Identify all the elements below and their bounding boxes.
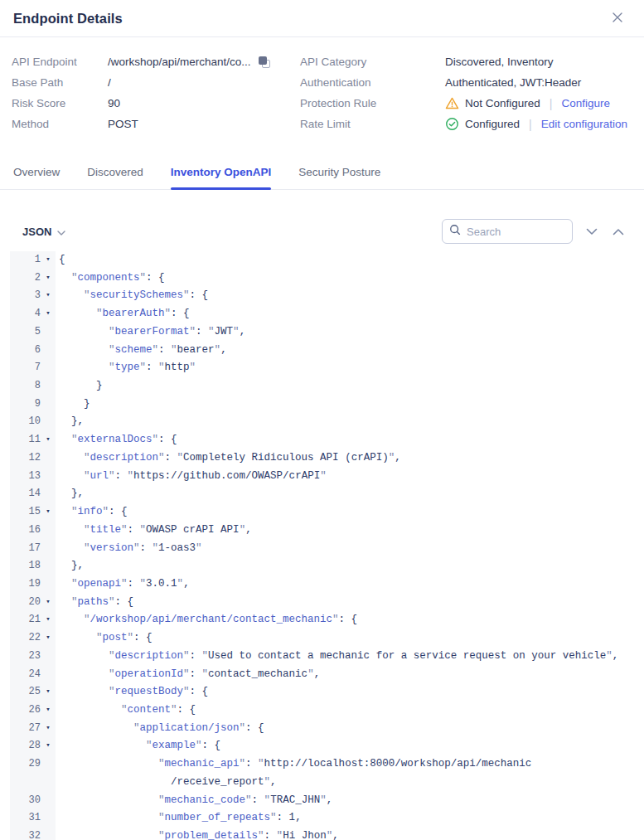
- line-number: 7: [10, 359, 41, 377]
- code-line: 2▾ "components": {: [10, 269, 644, 288]
- code-line: 10 },: [10, 413, 644, 431]
- code-line: 7 "type": "http": [10, 359, 644, 377]
- code-line: 22▾ "post": {: [10, 629, 644, 648]
- tab-overview[interactable]: Overview: [13, 158, 60, 189]
- base-path-value: /: [108, 76, 111, 89]
- field-label: Rate Limit: [300, 118, 445, 130]
- code-text: "number_of_repeats": 1,: [56, 809, 302, 828]
- line-number: 22: [10, 629, 41, 648]
- code-text: "mechanic_api": "http://localhost:8000/w…: [56, 755, 531, 774]
- gutter-spacer: [41, 522, 56, 540]
- code-line: 19 "openapi": "3.0.1",: [10, 575, 644, 594]
- collapse-arrow-icon[interactable]: ▾: [41, 629, 56, 648]
- gutter-spacer: [41, 540, 56, 558]
- collapse-arrow-icon[interactable]: ▾: [41, 305, 56, 323]
- collapse-arrow-icon[interactable]: ▾: [41, 702, 56, 720]
- search-input[interactable]: [467, 226, 565, 238]
- code-text: "version": "1-oas3": [56, 540, 202, 558]
- code-text: }: [56, 377, 103, 396]
- line-number: 3: [10, 287, 41, 305]
- code-line: 26▾ "content": {: [10, 702, 644, 720]
- collapse-arrow-icon[interactable]: ▾: [41, 683, 56, 702]
- collapse-arrow-icon[interactable]: ▾: [41, 251, 56, 269]
- details-section: API Endpoint /workshop/api/merchant/co..…: [0, 37, 644, 134]
- code-text: "externalDocs": {: [56, 431, 177, 449]
- code-text: "/workshop/api/merchant/contact_mechanic…: [56, 611, 357, 629]
- code-line: 18 },: [10, 557, 644, 575]
- detail-row-risk-score: Risk Score 90: [12, 93, 300, 114]
- code-text: "bearerFormat": "JWT",: [56, 323, 245, 342]
- line-number: 2: [10, 269, 41, 288]
- collapse-arrow-icon[interactable]: ▾: [41, 431, 56, 449]
- search-next-button[interactable]: [584, 224, 599, 240]
- code-text: }: [56, 396, 90, 414]
- collapse-arrow-icon[interactable]: ▾: [41, 594, 56, 612]
- gutter-spacer: [41, 485, 56, 503]
- tab-discovered[interactable]: Discovered: [87, 158, 143, 189]
- close-button[interactable]: [609, 10, 626, 27]
- gutter-spacer: [41, 809, 56, 828]
- warning-icon: [445, 96, 459, 110]
- code-text: "description": "Used to contact a mechan…: [56, 648, 618, 666]
- detail-row-base-path: Base Path /: [12, 72, 300, 93]
- gutter-spacer: [41, 755, 56, 774]
- line-number: 8: [10, 377, 41, 396]
- collapse-arrow-icon[interactable]: ▾: [41, 720, 56, 738]
- line-number: 30: [10, 792, 41, 810]
- code-text: "title": "OWASP crAPI API",: [56, 522, 252, 540]
- copy-icon[interactable]: [259, 56, 270, 68]
- gutter-spacer: [41, 449, 56, 468]
- search-tools: [442, 219, 626, 244]
- gutter-spacer: [41, 413, 56, 431]
- collapse-arrow-icon[interactable]: ▾: [41, 287, 56, 305]
- line-number: 10: [10, 413, 41, 431]
- chevron-down-icon: [57, 224, 65, 239]
- line-number: 28: [10, 737, 41, 755]
- collapse-arrow-icon[interactable]: ▾: [41, 503, 56, 522]
- code-text: },: [56, 413, 84, 431]
- details-column-right: API Category Discovered, Inventory Authe…: [300, 51, 631, 134]
- collapse-arrow-icon[interactable]: ▾: [41, 737, 56, 755]
- collapse-arrow-icon[interactable]: ▾: [41, 611, 56, 629]
- tab-security-posture[interactable]: Security Posture: [298, 158, 380, 189]
- field-label: Authentication: [300, 76, 445, 89]
- gutter-spacer: [41, 828, 56, 840]
- gutter-spacer: [41, 323, 56, 342]
- code-text: "operationId": "contact_mechanic",: [56, 666, 320, 684]
- line-number: 21: [10, 611, 41, 629]
- chevron-up-icon: [613, 226, 624, 238]
- format-select[interactable]: JSON: [22, 224, 65, 239]
- code-text: "requestBody": {: [56, 683, 208, 702]
- detail-row-protection-rule: Protection Rule Not Configured | Configu…: [300, 93, 631, 114]
- details-column-left: API Endpoint /workshop/api/merchant/co..…: [12, 51, 300, 134]
- configure-link[interactable]: Configure: [561, 97, 610, 109]
- collapse-arrow-icon[interactable]: ▾: [41, 269, 56, 288]
- code-toolbar: JSON: [0, 219, 644, 244]
- gutter-spacer: [41, 396, 56, 414]
- gutter-spacer: [41, 342, 56, 360]
- code-line: 31 "number_of_repeats": 1,: [10, 809, 644, 828]
- search-prev-button[interactable]: [611, 224, 626, 240]
- rate-limit-status: Configured | Edit configuration: [445, 117, 627, 131]
- gutter-spacer: [41, 666, 56, 684]
- code-line: 9 }: [10, 396, 644, 414]
- code-line: 17 "version": "1-oas3": [10, 540, 644, 558]
- line-number: 18: [10, 557, 41, 575]
- gutter-spacer: [41, 792, 56, 810]
- code-text: "paths": {: [56, 594, 133, 612]
- edit-configuration-link[interactable]: Edit configuration: [541, 118, 627, 130]
- tab-inventory-openapi[interactable]: Inventory OpenAPI: [171, 158, 272, 189]
- chevron-down-icon: [586, 226, 598, 238]
- detail-row-method: Method POST: [12, 114, 300, 134]
- gutter-spacer: [41, 359, 56, 377]
- line-number: 29: [10, 755, 41, 774]
- line-number: 13: [10, 468, 41, 486]
- status-text: Configured: [465, 118, 520, 130]
- line-number: 11: [10, 431, 41, 449]
- code-text: "description": "Completely Ridiculous AP…: [56, 449, 401, 468]
- endpoint-details-panel: Endpoint Details API Endpoint /workshop/…: [0, 0, 644, 840]
- detail-row-authentication: Authentication Authenticated, JWT:Header: [300, 72, 631, 93]
- code-line: 28▾ "example": {: [10, 737, 644, 755]
- line-number: 19: [10, 575, 41, 594]
- close-icon: [613, 12, 622, 25]
